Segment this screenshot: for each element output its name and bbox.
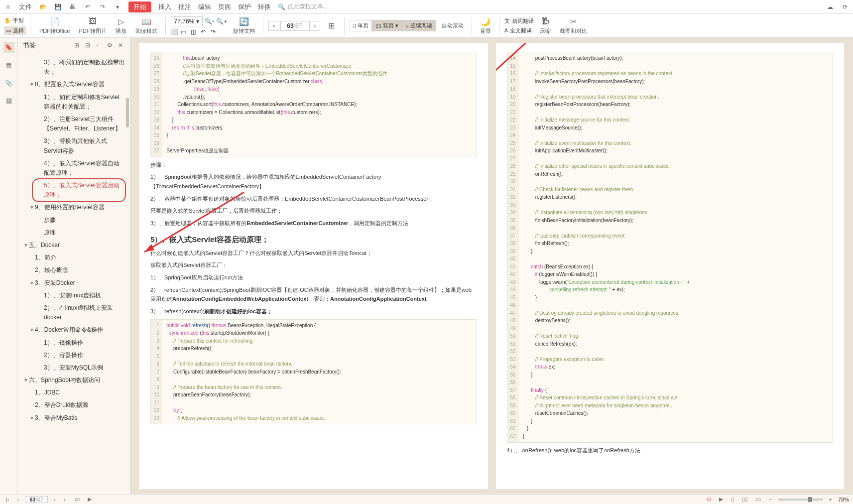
pdf-to-office[interactable]: 📄PDF转Office xyxy=(36,16,73,35)
ribbon: ✋手型 ▭选择 📄PDF转Office 🖼PDF转图片 ▷播放 📖阅读模式 77… xyxy=(0,14,853,38)
rotate-doc[interactable]: 🔄旋转文档 xyxy=(230,16,258,35)
tab-protect[interactable]: 保护 xyxy=(238,2,251,11)
next-page[interactable]: › xyxy=(309,21,320,31)
play-button[interactable]: ▷播放 xyxy=(113,16,129,35)
menu-icon[interactable]: ≡ xyxy=(4,3,12,11)
redo-icon[interactable]: ↷ xyxy=(99,3,107,11)
page-nav: ‹ 63/87 › xyxy=(268,21,320,31)
tab-start[interactable]: 开始 xyxy=(128,1,151,12)
hand-tool[interactable]: ✋手型 xyxy=(4,17,26,24)
double-page-view[interactable]: ▯▯双页▾ xyxy=(372,20,402,31)
read-mode[interactable]: 📖阅读模式 xyxy=(132,16,160,35)
print-icon[interactable]: 🖶 xyxy=(69,3,77,11)
dropdown-icon[interactable]: ▾ xyxy=(114,3,122,11)
undo-icon[interactable]: ↶ xyxy=(84,3,92,11)
actual-size-icon[interactable]: ◫ xyxy=(191,28,198,35)
cloud-icon[interactable]: ☁ xyxy=(826,3,834,11)
night-mode[interactable]: 🌙背景 xyxy=(477,16,494,35)
full-translate[interactable]: A全文翻译 xyxy=(504,27,534,34)
search-placeholder: 点此查找文本… xyxy=(287,2,329,11)
fit-width-icon[interactable]: ⬜ xyxy=(171,28,178,35)
page-indicator[interactable]: 63/87 xyxy=(280,21,308,31)
rotate-right-icon[interactable]: ↷ xyxy=(211,28,218,35)
rotate-left-icon[interactable]: ↶ xyxy=(201,28,208,35)
open-icon[interactable]: 📂 xyxy=(39,3,47,11)
crop-compare[interactable]: ✂截图和对比 xyxy=(557,16,590,35)
fit-page-icon[interactable]: ▭ xyxy=(181,28,188,35)
refresh-icon[interactable]: ⟳ xyxy=(841,3,849,11)
search-box[interactable]: 🔍 点此查找文本… xyxy=(278,2,329,11)
tab-page[interactable]: 页面 xyxy=(218,2,231,11)
word-translate[interactable]: 文划词翻译 xyxy=(504,17,534,25)
pdf-to-image[interactable]: 🖼PDF转图片 xyxy=(76,16,110,35)
zoom-value[interactable]: 77.76%▾ xyxy=(171,16,203,26)
compress[interactable]: 🗜压缩 xyxy=(537,16,554,35)
prev-page[interactable]: ‹ xyxy=(268,21,279,31)
tab-convert[interactable]: 转换 xyxy=(258,2,271,11)
tab-annotate[interactable]: 批注 xyxy=(178,2,191,11)
tab-edit[interactable]: 编辑 xyxy=(198,2,211,11)
single-page-view[interactable]: ▯单页 xyxy=(350,20,372,31)
search-icon: 🔍 xyxy=(278,3,285,10)
thumbnails[interactable]: ⊞ xyxy=(323,21,339,31)
continuous-view[interactable]: ≡连续阅读 xyxy=(402,20,435,31)
select-tool[interactable]: ▭选择 xyxy=(4,26,26,35)
autoscroll[interactable]: 自动滚动 xyxy=(439,22,467,29)
zoom-in-icon[interactable]: 🔍+ xyxy=(216,18,227,25)
save-icon[interactable]: 💾 xyxy=(54,3,62,11)
menu-bar: ≡ 文件 📂 💾 🖶 ↶ ↷ ▾ 开始 插入 批注 编辑 页面 保护 转换 🔍 … xyxy=(0,0,853,14)
file-menu[interactable]: 文件 xyxy=(19,2,32,11)
tab-insert[interactable]: 插入 xyxy=(158,2,171,11)
zoom-out-icon[interactable]: 🔍- xyxy=(205,18,214,25)
